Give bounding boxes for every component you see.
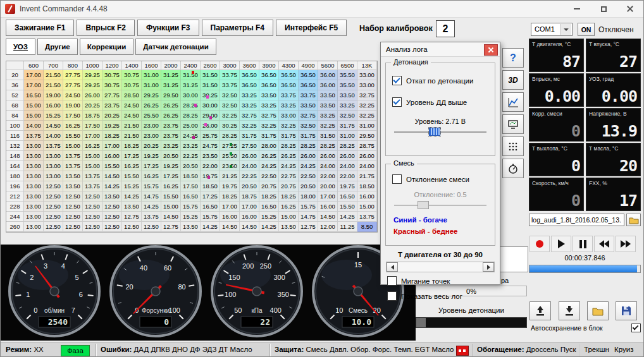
map-cell[interactable]: 12.50	[63, 222, 83, 232]
map-cell[interactable]: 15.50	[102, 161, 122, 171]
map-cell[interactable]: 18.25	[259, 191, 279, 202]
map-cell[interactable]: 32.25	[279, 121, 299, 131]
map-cell[interactable]: 33.25	[259, 100, 279, 111]
map-cell[interactable]: 36.50	[279, 80, 299, 90]
tab-interface-f5[interactable]: Интерфейс F5	[276, 20, 347, 36]
map-cell[interactable]: 16.50	[201, 202, 220, 212]
map-cell[interactable]: 26.00	[299, 151, 318, 161]
dialog-titlebar[interactable]: Анализ лога	[381, 42, 500, 57]
subtab-uoz[interactable]: УОЗ	[6, 39, 35, 55]
record-button[interactable]	[529, 236, 550, 252]
map-cell[interactable]: 20.25	[102, 111, 122, 121]
tab-injection-f2[interactable]: Впрыск F2	[77, 20, 135, 36]
map-cell[interactable]: 16.00	[318, 202, 338, 212]
map-cell[interactable]: 35.50	[338, 70, 357, 80]
map-cell[interactable]: 31.75	[279, 131, 299, 141]
map-cell[interactable]: 28.25	[299, 141, 318, 151]
map-cell[interactable]: 30.75	[122, 70, 142, 80]
map-cell[interactable]: 35.50	[338, 80, 357, 90]
map-cell[interactable]: 22.50	[299, 171, 318, 181]
map-cell[interactable]: 28.25	[318, 141, 338, 151]
map-cell[interactable]: 18.50	[201, 181, 220, 191]
map-cell[interactable]: 22.25	[181, 151, 201, 161]
map-cell[interactable]: 18.25	[122, 141, 142, 151]
map-cell[interactable]: 28.25	[181, 111, 201, 121]
map-cell[interactable]: 13.00	[24, 141, 44, 151]
map-cell[interactable]: 17.00	[24, 70, 44, 80]
map-cell[interactable]: 31.75	[259, 131, 279, 141]
map-cell[interactable]: 21.50	[44, 80, 63, 90]
map-cell[interactable]: 15.25	[181, 212, 201, 222]
map-cell[interactable]: 19.00	[44, 90, 63, 100]
map-cell[interactable]: 14.50	[44, 121, 63, 131]
map-cell[interactable]: 32.25	[259, 121, 279, 131]
subtab-knock-sensor[interactable]: Датчик детонации	[135, 39, 216, 55]
map-cell[interactable]: 15.25	[259, 212, 279, 222]
map-cell[interactable]: 26.00	[83, 90, 102, 100]
map-cell[interactable]: 27.75	[63, 70, 83, 80]
subtab-corrections[interactable]: Коррекции	[80, 39, 133, 55]
map-cell[interactable]: 17.25	[161, 171, 181, 181]
map-cell[interactable]: 24.25	[259, 161, 279, 171]
map-cell[interactable]: 24.00	[338, 161, 357, 171]
map-cell[interactable]: 26.00	[357, 151, 377, 161]
map-cell[interactable]: 18.75	[240, 191, 259, 202]
map-cell[interactable]: 13.00	[24, 181, 44, 191]
map-cell[interactable]: 33.50	[299, 100, 318, 111]
map-cell[interactable]: 16.00	[44, 100, 63, 111]
map-cell[interactable]: 33.75	[220, 80, 240, 90]
map-cell[interactable]: 18.75	[83, 111, 102, 121]
checkbox-icon[interactable]	[387, 276, 397, 286]
stopwatch-button[interactable]	[502, 159, 524, 178]
map-cell[interactable]: 36.50	[240, 80, 259, 90]
map-cell[interactable]: 16.25	[122, 161, 142, 171]
tab-functions-f3[interactable]: Функции F3	[137, 20, 199, 36]
map-cell[interactable]: 14.00	[24, 121, 44, 131]
map-cell[interactable]: 28.00	[259, 141, 279, 151]
map-cell[interactable]: 12.00	[318, 222, 338, 232]
map-cell[interactable]: 28.75	[357, 141, 377, 151]
calibration-set-value[interactable]: 2	[436, 20, 455, 37]
minimize-button[interactable]	[564, 1, 590, 17]
map-cell[interactable]: 30.00	[181, 90, 201, 100]
map-cell[interactable]: 18.50	[181, 171, 201, 181]
map-cell[interactable]: 20.00	[318, 181, 338, 191]
download-from-ecu-button[interactable]	[559, 301, 580, 320]
map-cell[interactable]: 36.50	[299, 80, 318, 90]
map-cell[interactable]: 27.75	[63, 80, 83, 90]
map-cell[interactable]: 29.50	[357, 131, 377, 141]
map-cell[interactable]: 23.00	[142, 121, 161, 131]
map-cell[interactable]: 24.25	[279, 161, 299, 171]
map-cell[interactable]: 14.25	[201, 222, 220, 232]
pause-button[interactable]	[573, 236, 593, 252]
map-cell[interactable]: 12.50	[102, 212, 122, 222]
map-cell[interactable]: 13.00	[44, 151, 63, 161]
map-cell[interactable]: 30.00	[201, 100, 220, 111]
map-cell[interactable]: 33.75	[299, 90, 318, 100]
map-cell[interactable]: 20.50	[240, 181, 259, 191]
map-cell[interactable]: 30.25	[201, 90, 220, 100]
map-cell[interactable]: 25.00	[181, 121, 201, 131]
map-cell[interactable]: 14.50	[220, 222, 240, 232]
checkbox-icon[interactable]	[387, 291, 397, 301]
map-cell[interactable]: 32.50	[299, 121, 318, 131]
map-cell[interactable]: 17.00	[102, 141, 122, 151]
map-cell[interactable]: 36.50	[240, 70, 259, 80]
map-cell[interactable]: 12.50	[102, 202, 122, 212]
deviation-slider[interactable]	[394, 201, 486, 210]
map-cell[interactable]: 17.25	[142, 161, 161, 171]
engine-temp-range-scrollbar[interactable]	[386, 262, 495, 272]
map-cell[interactable]: 26.25	[161, 100, 181, 111]
map-cell[interactable]: 29.00	[201, 111, 220, 121]
map-cell[interactable]: 12.50	[102, 222, 122, 232]
map-cell[interactable]: 16.50	[181, 191, 201, 202]
map-cell[interactable]: 29.25	[142, 90, 161, 100]
map-cell[interactable]: 31.25	[181, 80, 201, 90]
map-cell[interactable]: 19.75	[220, 181, 240, 191]
map-cell[interactable]: 33.25	[240, 100, 259, 111]
map-cell[interactable]: 13.00	[24, 161, 44, 171]
map-cell[interactable]: 36.50	[259, 80, 279, 90]
map-cell[interactable]: 31.50	[201, 80, 220, 90]
map-cell[interactable]: 13.75	[142, 212, 161, 222]
map-cell[interactable]: 15.00	[161, 202, 181, 212]
